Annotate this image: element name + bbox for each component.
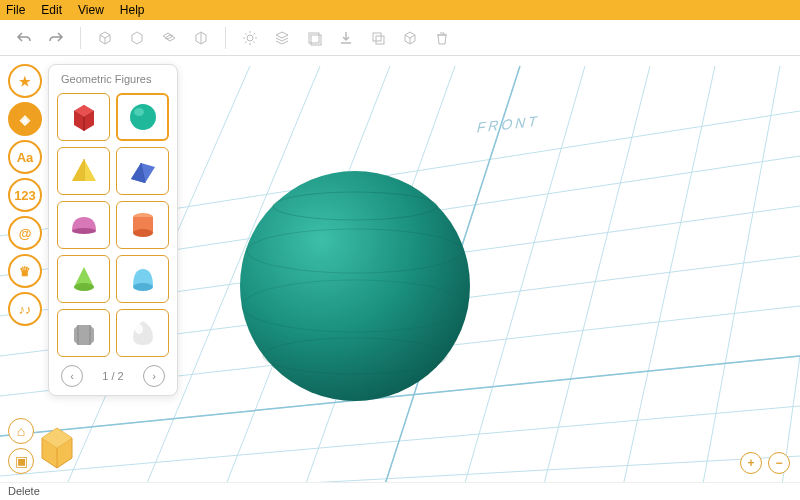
zoom-out-button[interactable]: −: [768, 452, 790, 474]
menubar: File Edit View Help: [0, 0, 800, 20]
shape-pyramid[interactable]: [57, 147, 110, 195]
minus-icon: −: [775, 456, 782, 470]
undo-button[interactable]: [10, 24, 38, 52]
sidebar-rail: ★ ◈ Aa 123 @ ♛ ♪♪: [8, 64, 42, 326]
tool-box[interactable]: [396, 24, 424, 52]
toolbar-separator: [80, 27, 81, 49]
rail-premium[interactable]: ♛: [8, 254, 42, 288]
svg-point-38: [135, 324, 143, 334]
toolbar-separator: [225, 27, 226, 49]
svg-point-37: [133, 283, 153, 291]
menu-view[interactable]: View: [78, 3, 104, 17]
plus-icon: +: [747, 456, 754, 470]
fit-icon: ▣: [15, 453, 28, 469]
tool-stack[interactable]: [300, 24, 328, 52]
shape-hexprism[interactable]: [57, 309, 110, 357]
corner-controls: ⌂ ▣: [8, 418, 34, 474]
tool-cube-b[interactable]: [123, 24, 151, 52]
shapes-panel: Geometric Figures ‹ 1 / 2 ›: [48, 64, 178, 396]
svg-point-32: [72, 228, 96, 234]
tool-copy[interactable]: [364, 24, 392, 52]
svg-rect-4: [376, 36, 384, 44]
rail-numbers[interactable]: 123: [8, 178, 42, 212]
menu-edit[interactable]: Edit: [41, 3, 62, 17]
shape-cube[interactable]: [57, 93, 110, 141]
home-view-button[interactable]: ⌂: [8, 418, 34, 444]
shape-paraboloid[interactable]: [116, 255, 169, 303]
menu-help[interactable]: Help: [120, 3, 145, 17]
crown-icon: ♛: [19, 264, 31, 279]
panel-pagination: ‹ 1 / 2 ›: [57, 365, 169, 387]
svg-point-31: [134, 108, 144, 116]
rail-favorites[interactable]: ★: [8, 64, 42, 98]
tool-cube-d[interactable]: [187, 24, 215, 52]
tool-layers[interactable]: [268, 24, 296, 52]
page-next-button[interactable]: ›: [143, 365, 165, 387]
fit-view-button[interactable]: ▣: [8, 448, 34, 474]
panel-title: Geometric Figures: [57, 73, 169, 85]
tool-trash[interactable]: [428, 24, 456, 52]
at-icon: @: [19, 226, 32, 241]
svg-line-11: [0, 406, 800, 476]
tool-cube-a[interactable]: [91, 24, 119, 52]
diamond-icon: ◈: [20, 112, 30, 127]
shape-dome[interactable]: [57, 201, 110, 249]
rail-shapes[interactable]: ◈: [8, 102, 42, 136]
chevron-left-icon: ‹: [70, 370, 74, 382]
sliders-icon: ♪♪: [19, 302, 32, 317]
zoom-in-button[interactable]: +: [740, 452, 762, 474]
menu-file[interactable]: File: [6, 3, 25, 17]
chevron-right-icon: ›: [152, 370, 156, 382]
statusbar: Delete: [0, 482, 800, 500]
zoom-controls: + −: [740, 452, 790, 474]
svg-rect-3: [373, 33, 381, 41]
page-label: 1 / 2: [102, 370, 123, 382]
rail-tools[interactable]: ♪♪: [8, 292, 42, 326]
svg-point-0: [247, 35, 253, 41]
tool-download[interactable]: [332, 24, 360, 52]
svg-point-25: [240, 171, 470, 401]
rail-symbols[interactable]: @: [8, 216, 42, 250]
svg-line-12: [0, 456, 800, 482]
text-icon: Aa: [17, 150, 34, 165]
toolbar: [0, 20, 800, 56]
shape-grid: [57, 93, 169, 357]
svg-point-35: [133, 229, 153, 237]
shape-prism[interactable]: [116, 147, 169, 195]
shape-cone[interactable]: [57, 255, 110, 303]
shape-egg[interactable]: [116, 309, 169, 357]
page-prev-button[interactable]: ‹: [61, 365, 83, 387]
rail-text[interactable]: Aa: [8, 140, 42, 174]
svg-point-36: [74, 283, 94, 291]
svg-point-30: [130, 104, 156, 130]
tool-cube-c[interactable]: [155, 24, 183, 52]
shape-cylinder[interactable]: [116, 201, 169, 249]
star-icon: ★: [19, 74, 31, 89]
numbers-icon: 123: [14, 188, 36, 203]
svg-line-19: [540, 66, 650, 482]
shape-sphere[interactable]: [116, 93, 169, 141]
status-text: Delete: [8, 485, 40, 497]
svg-line-21: [700, 66, 780, 482]
home-icon: ⌂: [17, 423, 25, 439]
redo-button[interactable]: [42, 24, 70, 52]
tool-light[interactable]: [236, 24, 264, 52]
view-cube[interactable]: [32, 420, 82, 470]
